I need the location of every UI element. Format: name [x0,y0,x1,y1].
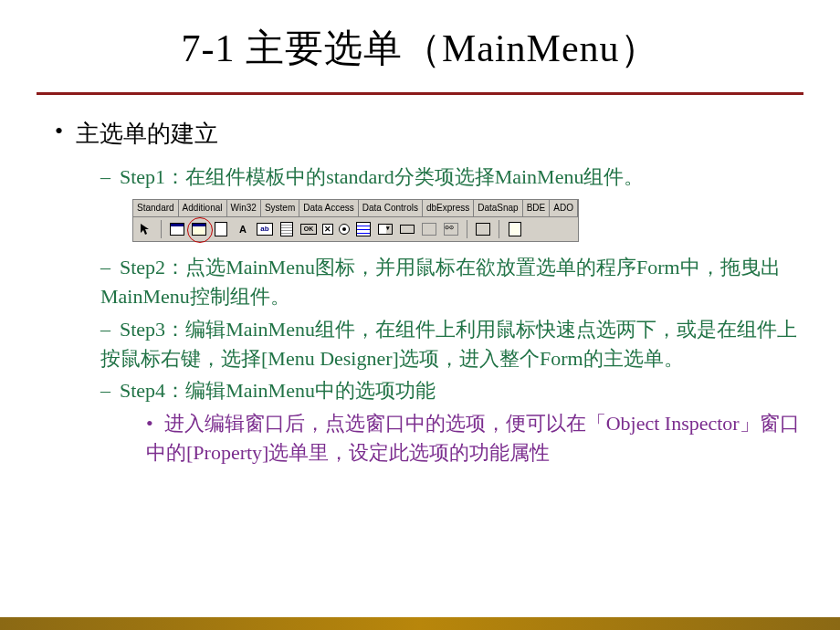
tab-system[interactable]: System [261,200,299,216]
step4-label: Step4： [120,379,185,402]
slide-title: 7-1 主要选单（MainMenu） [37,23,803,74]
step2-label: Step2： [120,256,185,278]
popupmenu-icon[interactable] [213,221,229,237]
step1-label: Step1： [120,165,185,188]
heading-text: 主选单的建立 [76,121,218,147]
radiogroup-icon[interactable]: ⊙⊙ [443,221,459,237]
toolbar-screenshot: Standard Additional Win32 System Data Ac… [132,199,803,242]
dash-icon: – [100,315,110,344]
tab-win32[interactable]: Win32 [227,200,261,216]
dash-icon: – [100,253,110,282]
slide: 7-1 主要选单（MainMenu） • 主选单的建立 – Step1：在组件模… [0,0,840,467]
listbox-icon[interactable] [355,221,372,237]
edit-icon[interactable]: ab [257,223,273,236]
title-divider [37,92,803,95]
step2-text: 点选MainMenu图标，并用鼠标在欲放置选单的程序Form中，拖曳出MainM… [100,256,781,308]
separator-icon [499,220,499,238]
bullet-dot: • [55,118,63,145]
bottom-bar [0,617,840,630]
step3: – Step3：编辑MainMenu组件，在组件上利用鼠标快速点选两下，或是在组… [100,315,803,373]
step3-text: 编辑MainMenu组件，在组件上利用鼠标快速点选两下，或是在组件上按鼠标右键，… [100,318,797,370]
content-area: • 主选单的建立 – Step1：在组件模板中的standard分类项选择Mai… [37,118,803,467]
tab-datasnap[interactable]: DataSnap [474,200,522,216]
step4-sub: • 进入编辑窗口后，点选窗口中的选项，便可以在「Object Inspector… [146,409,803,467]
step4-sub-text: 进入编辑窗口后，点选窗口中的选项，便可以在「Object Inspector」窗… [146,412,800,464]
cursor-icon[interactable] [137,221,153,237]
memo-icon[interactable] [278,221,295,237]
step4: – Step4：编辑MainMenu中的选项功能 [100,376,803,405]
component-palette: Standard Additional Win32 System Data Ac… [132,199,579,242]
tab-dataaccess[interactable]: Data Access [299,200,359,216]
step3-label: Step3： [120,318,185,341]
frames-icon[interactable] [169,221,185,237]
scrollbar-icon[interactable] [399,221,415,237]
tab-bde[interactable]: BDE [523,200,551,216]
actionlist-icon[interactable] [507,221,523,237]
separator-icon [161,220,162,238]
tab-additional[interactable]: Additional [179,200,227,216]
step2: – Step2：点选MainMenu图标，并用鼠标在欲放置选单的程序Form中，… [100,253,803,311]
bullet-dot: • [146,409,153,438]
palette-tabs: Standard Additional Win32 System Data Ac… [133,200,578,217]
radiobutton-icon[interactable] [339,224,350,235]
tab-standard[interactable]: Standard [133,200,179,216]
checkbox-icon[interactable]: ✕ [322,224,333,235]
separator-icon [467,220,467,238]
panel-icon[interactable] [475,221,491,237]
tab-ado[interactable]: ADO [550,200,578,216]
bullet-level1: • 主选单的建立 [55,118,803,150]
combobox-icon[interactable]: ▾ [377,221,394,237]
dash-icon: – [100,163,110,192]
groupbox-icon[interactable] [421,221,437,237]
tab-datacontrols[interactable]: Data Controls [359,200,423,216]
label-icon[interactable]: A [235,221,251,237]
button-icon[interactable]: OK [300,224,317,235]
step1: – Step1：在组件模板中的standard分类项选择MainMenu组件。 [100,163,803,192]
mainmenu-icon[interactable] [191,221,207,237]
palette-icons: A ab OK ✕ ▾ ⊙⊙ [133,217,578,241]
dash-icon: – [100,376,110,405]
tab-dbexpress[interactable]: dbExpress [423,200,474,216]
step4-text: 编辑MainMenu中的选项功能 [185,379,436,402]
step1-text: 在组件模板中的standard分类项选择MainMenu组件。 [185,165,644,188]
